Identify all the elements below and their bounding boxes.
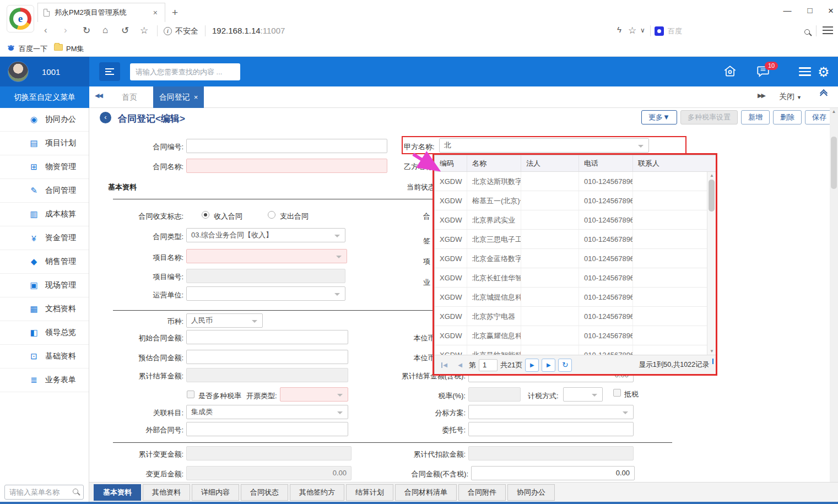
bid-plan-select[interactable] bbox=[468, 405, 634, 419]
contract-type-select[interactable]: 03.综合业务合同【收入】 bbox=[186, 228, 345, 242]
currency-select[interactable]: 人民币 bbox=[186, 313, 263, 328]
invoice-type-select[interactable] bbox=[280, 387, 348, 402]
project-name-select[interactable] bbox=[186, 249, 347, 263]
next-page-button[interactable]: ▶ bbox=[525, 359, 539, 372]
radio-expense[interactable] bbox=[268, 211, 275, 219]
info-icon[interactable]: i bbox=[164, 27, 172, 35]
toolbar-button[interactable]: 多种税率设置 bbox=[680, 110, 738, 124]
tax-method-select[interactable] bbox=[563, 387, 603, 402]
forward-icon[interactable]: › bbox=[64, 25, 77, 36]
external-no-input[interactable] bbox=[186, 422, 348, 436]
avatar[interactable] bbox=[8, 61, 29, 82]
prev-page-icon[interactable]: ◀ bbox=[454, 359, 466, 371]
page-number-input[interactable] bbox=[479, 359, 498, 371]
reload-button[interactable]: ↻ bbox=[558, 359, 572, 372]
back-button[interactable]: ‹ bbox=[100, 112, 111, 123]
new-tab-button[interactable]: + bbox=[172, 7, 178, 19]
init-amount-input[interactable] bbox=[186, 330, 348, 344]
baidu-search-box[interactable]: 百度 bbox=[655, 24, 694, 38]
search-icon[interactable] bbox=[804, 27, 810, 37]
toolbar-button[interactable]: 删除 bbox=[773, 110, 802, 124]
switch-custom-menu-button[interactable]: 切换至自定义菜单 bbox=[0, 86, 89, 108]
minimize-button[interactable]: — bbox=[780, 6, 795, 15]
menu-search-input[interactable] bbox=[4, 485, 84, 500]
dropdown-row[interactable]: XGDW 北京长虹佳华智能 010-124567896 bbox=[435, 268, 716, 288]
more-button[interactable]: 更多▼ bbox=[641, 110, 677, 124]
dropdown-row[interactable]: XGDW 北京达斯琪数字科 010-124567896 bbox=[435, 172, 716, 191]
radio-income[interactable] bbox=[202, 211, 209, 219]
browser-tab[interactable]: 邦永PM2项目管理系统 × bbox=[37, 3, 165, 22]
tab-home[interactable]: 首页 bbox=[110, 86, 149, 108]
contract-no-input[interactable] bbox=[186, 139, 387, 153]
address-url[interactable]: 192.168.1.14:11007 bbox=[212, 26, 285, 35]
apps-menu-icon[interactable] bbox=[799, 67, 811, 78]
last-page-button[interactable]: ▶ bbox=[542, 359, 555, 372]
window-close-button[interactable]: × bbox=[823, 6, 838, 17]
refresh-icon[interactable]: ↻ bbox=[83, 25, 96, 36]
scroll-tabs-right-icon[interactable]: ▶▶ bbox=[758, 92, 765, 99]
bottom-tab[interactable]: 合同状态 bbox=[241, 484, 288, 501]
sidebar-item[interactable]: ✎ 合同管理 bbox=[0, 179, 89, 203]
dropdown-row[interactable]: XGDW 北京城提信息科技 010-124567896 bbox=[435, 288, 716, 307]
bottom-tab[interactable]: 其他资料 bbox=[143, 484, 190, 501]
bookmark-pm[interactable]: PM集 bbox=[66, 44, 84, 54]
chevron-down-icon[interactable]: ∨ bbox=[640, 26, 653, 34]
op-unit-select[interactable] bbox=[186, 286, 345, 301]
scroll-down-icon[interactable]: ▼ bbox=[707, 349, 716, 354]
deduct-checkbox[interactable] bbox=[613, 389, 621, 397]
sidebar-item[interactable]: ◆ 销售管理 bbox=[0, 250, 89, 274]
entrust-input[interactable] bbox=[468, 422, 634, 436]
undo-icon[interactable]: ↺ bbox=[121, 25, 134, 36]
menu-icon[interactable] bbox=[823, 26, 833, 34]
subject-select[interactable]: 集成类 bbox=[186, 405, 348, 419]
scroll-tabs-left-icon[interactable]: ◀◀ bbox=[95, 92, 102, 99]
search-icon[interactable] bbox=[73, 489, 78, 494]
sidebar-item[interactable]: ¥ 资金管理 bbox=[0, 226, 89, 250]
scroll-up-icon[interactable]: ▲ bbox=[707, 173, 716, 178]
sidebar-item[interactable]: ◧ 领导总览 bbox=[0, 321, 89, 345]
sidebar-item[interactable]: ▣ 现场管理 bbox=[0, 274, 89, 297]
dropdown-row[interactable]: XGDW 北京赢耀信息科技 010-124567896 bbox=[435, 326, 716, 345]
bottom-tab[interactable]: 详细内容 bbox=[192, 484, 239, 501]
sidebar-item[interactable]: ▥ 成本核算 bbox=[0, 203, 89, 226]
sidebar-item[interactable]: ◉ 协同办公 bbox=[0, 108, 89, 132]
amount-input[interactable]: 0.00 bbox=[471, 466, 635, 480]
settings-gear-icon[interactable]: ⚙ bbox=[818, 64, 830, 80]
close-tabs-dropdown[interactable]: 关闭 ▼ bbox=[779, 92, 802, 102]
sidebar-item[interactable]: ⊡ 基础资料 bbox=[0, 345, 89, 368]
collapse-up-icon[interactable] bbox=[821, 90, 826, 95]
scroll-up-icon[interactable]: ▲ bbox=[830, 109, 838, 114]
dropdown-scrollbar[interactable]: ▲ ▼ bbox=[707, 172, 716, 355]
bottom-tab[interactable]: 协同办公 bbox=[507, 484, 555, 501]
multi-tax-checkbox[interactable] bbox=[187, 391, 194, 398]
scrollbar-thumb[interactable] bbox=[709, 180, 715, 212]
party-a-select[interactable]: 北 bbox=[439, 138, 649, 153]
est-amount-input[interactable] bbox=[186, 350, 348, 364]
global-search-input[interactable] bbox=[130, 63, 240, 80]
sidebar-item[interactable]: ⊞ 物资管理 bbox=[0, 155, 89, 179]
bottom-tab[interactable]: 合同材料清单 bbox=[395, 484, 457, 501]
maximize-button[interactable]: □ bbox=[802, 6, 818, 15]
back-icon[interactable]: ‹ bbox=[44, 25, 57, 36]
bottom-tab[interactable]: 结算计划 bbox=[346, 484, 393, 501]
scrollbar-thumb[interactable] bbox=[831, 137, 837, 189]
dropdown-row[interactable]: XGDW 北京苏宁电器 010-124567896 bbox=[435, 307, 716, 326]
bottom-tab[interactable]: 其他签约方 bbox=[290, 484, 344, 501]
toolbar-button[interactable]: 新增 bbox=[741, 110, 770, 124]
page-scrollbar[interactable]: ▲ ▼ bbox=[830, 108, 838, 504]
tab-close-icon[interactable]: × bbox=[152, 8, 159, 17]
dropdown-row[interactable]: XGDW 北京界武实业 010-124567896 bbox=[435, 210, 716, 230]
sidebar-item[interactable]: ▤ 项目计划 bbox=[0, 132, 89, 155]
first-page-icon[interactable]: ◀ bbox=[439, 359, 451, 371]
home-icon[interactable]: ⌂ bbox=[102, 25, 116, 36]
sidebar-toggle-button[interactable] bbox=[99, 62, 120, 81]
bookmark-baidu[interactable]: 百度一下 bbox=[19, 44, 47, 54]
bookmark-star-icon[interactable]: ☆ bbox=[628, 25, 641, 36]
dropdown-row[interactable]: XGDW 北京昊纹智能科技 010-124567896 bbox=[435, 345, 716, 355]
bottom-tab[interactable]: 基本资料 bbox=[94, 484, 141, 501]
dropdown-row[interactable]: XGDW 北京三思电子工程 010-124567896 bbox=[435, 230, 716, 249]
sidebar-item[interactable]: ▦ 文档资料 bbox=[0, 297, 89, 321]
dropdown-row[interactable]: XGDW 北京金蓝络数字科 010-124567896 bbox=[435, 249, 716, 268]
portal-home-icon[interactable] bbox=[723, 64, 739, 79]
dropdown-row[interactable]: XGDW 榕基五一(北京)信 010-124567896 bbox=[435, 191, 716, 210]
